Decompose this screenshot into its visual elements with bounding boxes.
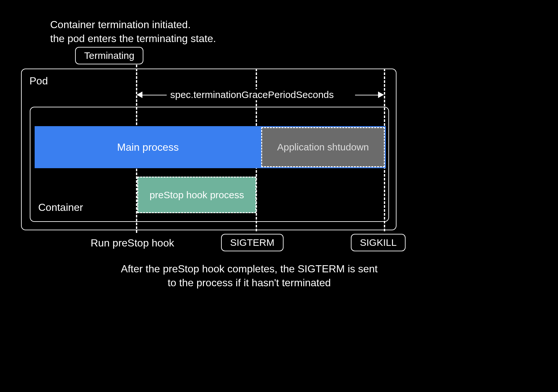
main-process-label: Main process bbox=[35, 141, 261, 153]
bottom-caption: After the preStop hook completes, the SI… bbox=[117, 262, 382, 290]
pod-box: Pod Container Main process Application s… bbox=[21, 69, 396, 230]
top-caption-line2: the pod enters the terminating state. bbox=[50, 32, 216, 46]
prestop-hook-bar: preStop hook process bbox=[137, 177, 256, 213]
pod-label: Pod bbox=[29, 75, 48, 87]
top-caption: Container termination initiated. the pod… bbox=[50, 18, 216, 46]
sigterm-pill: SIGTERM bbox=[221, 234, 284, 251]
container-label: Container bbox=[38, 201, 83, 213]
main-process-bar: Main process Application shtudown bbox=[35, 126, 386, 168]
sigkill-pill: SIGKILL bbox=[351, 234, 406, 251]
top-caption-line1: Container termination initiated. bbox=[50, 18, 216, 32]
application-shutdown-box: Application shtudown bbox=[261, 127, 385, 167]
run-prestop-label: Run preStop hook bbox=[91, 237, 174, 249]
container-box: Container Main process Application shtud… bbox=[30, 107, 389, 222]
terminating-state-pill: Terminating bbox=[75, 47, 143, 64]
